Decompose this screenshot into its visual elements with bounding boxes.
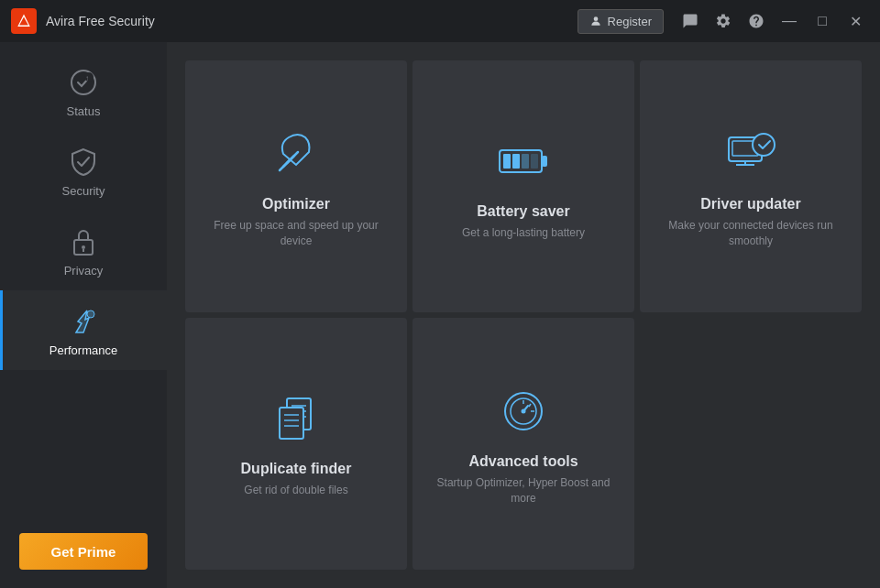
app-title: Avira Free Security [46,14,578,28]
battery-saver-title: Battery saver [477,203,569,220]
maximize-button[interactable]: □ [808,7,836,35]
advanced-tools-desc: Startup Optimizer, Hyper Boost and more [427,475,620,506]
performance-icon [67,305,100,338]
chat-button[interactable] [676,7,704,35]
battery-saver-desc: Get a long-lasting battery [462,225,585,241]
register-label: Register [608,15,652,28]
svg-rect-14 [512,154,520,169]
privacy-label: Privacy [64,264,104,278]
advanced-tools-title: Advanced tools [468,453,578,470]
advanced-tools-tile[interactable]: Advanced tools Startup Optimizer, Hyper … [412,318,634,570]
title-controls: Register — □ ✕ [578,7,869,35]
duplicate-finder-icon [267,389,325,448]
driver-updater-desc: Make your connected devices run smoothly [654,218,847,249]
sidebar-item-privacy[interactable]: Privacy [0,211,167,290]
performance-label: Performance [50,343,117,357]
sidebar-item-security[interactable]: Security [0,131,167,211]
battery-saver-tile[interactable]: Battery saver Get a long-lasting battery [412,60,634,312]
status-label: Status [67,104,101,118]
close-icon: ✕ [850,13,862,30]
close-button[interactable]: ✕ [842,7,869,35]
get-prime-button[interactable]: Get Prime [19,533,148,570]
svg-rect-15 [522,154,529,169]
svg-point-5 [82,245,85,249]
optimizer-desc: Free up space and speed up your device [200,218,392,249]
svg-point-7 [87,310,94,318]
optimizer-icon [267,125,325,183]
svg-rect-13 [503,154,511,169]
minimize-icon: — [782,13,797,29]
svg-point-0 [593,16,598,21]
svg-rect-16 [531,154,538,169]
minimize-button[interactable]: — [776,7,803,35]
settings-button[interactable] [710,7,737,35]
duplicate-finder-tile[interactable]: Duplicate finder Get rid of double files [185,318,407,570]
security-icon [67,146,100,179]
privacy-icon [67,225,100,258]
driver-updater-tile[interactable]: Driver updater Make your connected devic… [640,60,862,312]
optimizer-tile[interactable]: Optimizer Free up space and speed up you… [185,60,407,312]
svg-text:↑: ↑ [85,74,89,82]
duplicate-finder-title: Duplicate finder [241,461,352,477]
svg-point-35 [522,408,526,413]
svg-line-33 [529,404,531,407]
sidebar-item-status[interactable]: ↑ Status [0,51,167,131]
status-icon: ↑ [67,66,100,99]
svg-rect-26 [280,408,303,439]
security-label: Security [62,184,105,198]
advanced-tools-icon [494,382,553,441]
svg-point-21 [753,134,775,156]
driver-updater-icon [721,125,780,183]
driver-updater-title: Driver updater [700,196,800,212]
help-button[interactable] [742,7,770,35]
app-logo [11,8,37,34]
maximize-icon: □ [818,13,827,29]
main-layout: ↑ Status Security [0,42,880,588]
register-button[interactable]: Register [578,9,664,34]
title-bar: Avira Free Security Register — □ ✕ [0,0,880,42]
sidebar-item-performance[interactable]: Performance [0,290,167,370]
battery-saver-icon [494,132,553,191]
duplicate-finder-desc: Get rid of double files [244,483,347,498]
svg-rect-12 [542,156,547,167]
optimizer-title: Optimizer [262,196,330,212]
content-area: Optimizer Free up space and speed up you… [167,42,880,588]
sidebar: ↑ Status Security [0,42,167,588]
